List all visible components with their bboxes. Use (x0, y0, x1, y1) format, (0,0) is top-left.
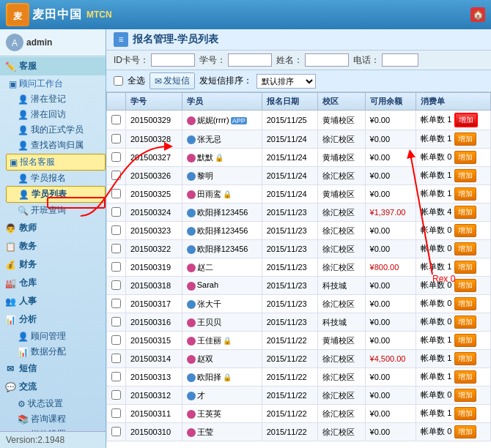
add-order-button[interactable]: 增加 (454, 297, 476, 310)
add-order-button[interactable]: 增加 (454, 370, 476, 384)
add-order-button[interactable]: 增加 (454, 224, 476, 237)
sidebar-item-jiaoshi[interactable]: 👨 教师 (0, 219, 106, 237)
table-row: 201500327默默 🔒2015/11/24黄埔校区¥0.00帐单数 0 增加 (107, 149, 491, 167)
row-checkbox[interactable] (111, 317, 121, 326)
row-checkbox[interactable] (111, 115, 121, 124)
cell-campus: 徐汇校区 (318, 387, 365, 405)
row-checkbox[interactable] (111, 408, 121, 418)
cell-balance: ¥0.00 (365, 149, 416, 167)
cell-orders: 帐单数 1 增加 (416, 405, 491, 423)
row-checkbox[interactable] (111, 225, 121, 235)
person-icon3: 👤 (18, 125, 29, 135)
home-button[interactable]: 🏠 (470, 7, 485, 22)
row-checkbox[interactable] (111, 244, 121, 253)
add-order-button[interactable]: 增加 (454, 407, 476, 420)
add-order-button[interactable]: 增加 (454, 113, 478, 127)
phone-input[interactable] (382, 53, 418, 67)
row-checkbox[interactable] (111, 427, 121, 436)
cell-campus: 徐汇校区 (318, 423, 365, 441)
add-order-button[interactable]: 增加 (454, 334, 476, 347)
row-checkbox[interactable] (111, 299, 121, 308)
add-order-button[interactable]: 增加 (454, 279, 476, 292)
sidebar-item-guwen[interactable]: ▣ 顾问工作台 (6, 76, 106, 92)
sidebar-item-kaituan[interactable]: 🔍 开班查询 (6, 203, 106, 218)
sidebar-version: Version:2.1948 (0, 431, 106, 448)
xue-input[interactable] (228, 53, 272, 67)
row-checkbox[interactable] (111, 189, 121, 198)
sidebar-item-fenxi[interactable]: 📊 分析 (0, 310, 106, 329)
sidebar-item-zaizheng[interactable]: 👤 潜在登记 (6, 92, 106, 107)
page-icon: ≡ (114, 32, 128, 47)
sidebar-item-cangku[interactable]: 🏭 仓库 (0, 274, 106, 292)
add-order-button[interactable]: 增加 (454, 242, 476, 255)
sidebar-item-huifang[interactable]: 👤 潜在回访 (6, 107, 106, 122)
cell-orders: 帐单数 4 增加 (416, 204, 491, 222)
sidebar-item-baoming[interactable]: ▣ 报名客服 (6, 154, 106, 171)
send-sms-button[interactable]: ✉ 发短信 (149, 72, 195, 89)
table-row: 201500317张大千2015/11/23徐汇校区¥0.00帐单数 0 增加 (107, 295, 491, 313)
table-row: 201500314赵双2015/11/22徐汇校区¥4,500.00帐单数 1 … (107, 350, 491, 368)
add-order-button[interactable]: 增加 (454, 151, 476, 164)
cell-campus: 徐汇校区 (318, 222, 365, 240)
cell-orders: 帐单数 1 增加 (416, 258, 491, 277)
sidebar-item-guwen-guanli[interactable]: 👤 顾问管理 (6, 329, 106, 344)
add-order-button[interactable]: 增加 (454, 187, 476, 201)
sidebar-item-zixun[interactable]: 📚 咨询课程 (6, 411, 106, 427)
add-order-button[interactable]: 增加 (454, 352, 476, 365)
row-checkbox[interactable] (111, 372, 121, 381)
sidebar-item-zhuangtai[interactable]: ⚙ 状态设置 (6, 396, 106, 411)
row-checkbox[interactable] (111, 152, 121, 162)
add-order-button[interactable]: 增加 (454, 206, 476, 219)
table-container[interactable]: 学号 学员 报名日期 校区 可用余额 消费单 201500329妮妮(rrrr)… (106, 92, 491, 448)
cell-orders: 帐单数 1 增加 (416, 167, 491, 185)
cell-campus: 科技城 (318, 313, 365, 332)
sidebar-item-kefu[interactable]: ✏️ 客服 (0, 57, 106, 75)
id-input[interactable] (151, 53, 195, 67)
select-all-checkbox[interactable] (114, 76, 123, 86)
sidebar-item-guihu[interactable]: 👤 查找咨询归属 (6, 138, 106, 153)
cell-date: 2015/11/23 (262, 258, 318, 277)
row-checkbox[interactable] (111, 262, 121, 272)
row-checkbox[interactable] (111, 171, 121, 180)
cell-balance: ¥0.00 (365, 185, 416, 204)
add-order-button[interactable]: 增加 (454, 132, 476, 146)
row-checkbox[interactable] (111, 207, 121, 217)
sidebar-nav: ✏️ 客服 ▣ 顾问工作台 👤 (0, 56, 106, 431)
row-checkbox[interactable] (111, 134, 121, 143)
add-order-button[interactable]: 增加 (454, 389, 476, 402)
table-row: 201500310王莹2015/11/22徐汇校区¥0.00帐单数 0 增加 (107, 423, 491, 441)
table-row: 201500326黎明2015/11/24徐汇校区¥0.00帐单数 1 增加 (107, 167, 491, 185)
sidebar-item-zhengshi[interactable]: 👤 我的正式学员 (6, 122, 106, 138)
row-checkbox[interactable] (111, 335, 121, 345)
content-area: ≡ 报名管理-学员列表 ID卡号： 学号： 姓名： (106, 29, 491, 448)
sidebar-item-renshi[interactable]: 👥 人事 (0, 292, 106, 310)
sidebar: A admin ✏️ 客服 ▣ 顾问工作 (0, 29, 106, 448)
sidebar-item-jiaowu[interactable]: 📋 教务 (0, 237, 106, 255)
add-order-button[interactable]: 增加 (454, 425, 476, 438)
row-checkbox[interactable] (111, 280, 121, 290)
svg-text:麦: 麦 (13, 11, 23, 21)
row-checkbox[interactable] (111, 390, 121, 400)
person-icon2: 👤 (18, 110, 29, 120)
add-order-button[interactable]: 增加 (454, 316, 476, 329)
caiwu-label: 财务 (19, 258, 37, 271)
sidebar-item-xueyuan-liebiao[interactable]: 👤 学员列表 (6, 186, 106, 203)
sort-select[interactable]: 默认排序 按日期排序 按姓名排序 (256, 74, 316, 89)
sidebar-item-shuju-fenpei[interactable]: 📊 数据分配 (6, 344, 106, 359)
add-order-button[interactable]: 增加 (454, 169, 476, 182)
sms-label: 发短信 (163, 75, 190, 87)
cell-id: 201500315 (126, 332, 182, 350)
duanxin-label: 短信 (19, 362, 37, 375)
add-order-button[interactable]: 增加 (454, 261, 476, 274)
sidebar-item-jiaoliu[interactable]: 💬 交流 (0, 378, 106, 396)
sidebar-item-duanxin[interactable]: ✉ 短信 (0, 359, 106, 378)
cell-name: 欧阳择123456 (182, 240, 262, 258)
name-input[interactable] (305, 53, 349, 67)
person-icon6: 👤 (18, 190, 29, 200)
logo-text: 麦田中国 (32, 7, 82, 23)
sidebar-item-xueyuan-baoming[interactable]: 👤 学员报名 (6, 171, 106, 186)
cell-name: 欧阳择 🔒 (182, 368, 262, 387)
sidebar-item-caiwu[interactable]: 💰 财务 (0, 255, 106, 274)
row-checkbox[interactable] (111, 354, 121, 363)
cell-id: 201500328 (126, 130, 182, 149)
